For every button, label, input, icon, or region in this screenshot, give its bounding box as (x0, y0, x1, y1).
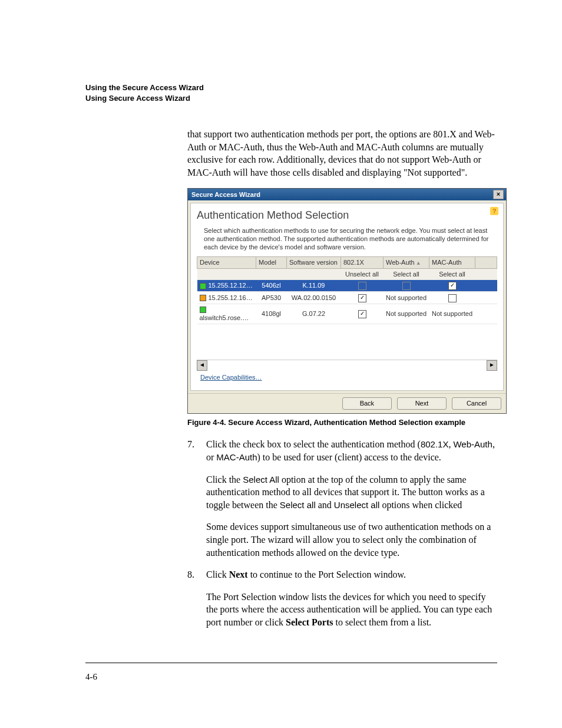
scroll-right-icon[interactable]: ► (487, 360, 497, 371)
checkbox-8021x[interactable] (358, 310, 366, 318)
cell-not-supported: Not supported (384, 292, 429, 304)
toggle-8021x[interactable]: Unselect all (341, 268, 384, 280)
footer-rule (85, 663, 497, 663)
step-7: Click the check box to select the authen… (187, 438, 497, 559)
status-swatch (200, 307, 206, 313)
window-title: Secure Access Wizard (191, 190, 493, 199)
titlebar: Secure Access Wizard × (188, 189, 506, 200)
panel-heading: Authentication Method Selection (197, 208, 497, 222)
panel-description: Select which authentication methods to u… (204, 226, 495, 252)
status-swatch (200, 295, 206, 301)
status-swatch (200, 283, 206, 289)
col-model[interactable]: Model (256, 256, 287, 268)
checkbox-8021x[interactable] (358, 282, 366, 290)
table-row[interactable]: 15.255.12.16… AP530 WA.02.00.0150 Not su… (197, 292, 497, 304)
cell-not-supported: Not supported (429, 304, 475, 324)
header-line1: Using the Secure Access Wizard (85, 83, 497, 93)
table-row[interactable]: 15.255.12.12… 5406zl K.11.09 (197, 280, 497, 292)
col-software[interactable]: Software version (287, 256, 341, 268)
sort-icon: ▲ (416, 260, 421, 266)
col-webauth[interactable]: Web-Auth▲ (384, 256, 429, 268)
cell-not-supported: Not supported (384, 304, 429, 324)
col-8021x[interactable]: 802.1X (341, 256, 384, 268)
close-icon[interactable]: × (493, 190, 504, 199)
checkbox-webauth[interactable] (402, 282, 411, 290)
help-icon[interactable]: ? (490, 207, 498, 215)
header-line2: Using Secure Access Wizard (85, 93, 497, 104)
figure-caption: Figure 4-4. Secure Access Wizard, Authen… (187, 417, 497, 428)
wizard-screenshot: Secure Access Wizard × ? Authentication … (187, 188, 507, 413)
checkbox-macauth[interactable] (448, 282, 457, 290)
checkbox-8021x[interactable] (358, 294, 366, 302)
cancel-button[interactable]: Cancel (452, 397, 501, 410)
checkbox-macauth[interactable] (448, 294, 457, 302)
intro-paragraph: that support two authentication methods … (187, 128, 497, 179)
table-row[interactable]: alswitch5.rose.… 4108gl G.07.22 Not supp… (197, 304, 497, 324)
col-macauth[interactable]: MAC-Auth (429, 256, 475, 268)
next-button[interactable]: Next (397, 397, 447, 410)
hscroll[interactable]: ◄ ► (197, 360, 497, 371)
methods-table: Device Model Software version 802.1X Web… (197, 256, 497, 325)
back-button[interactable]: Back (342, 397, 392, 410)
step-8: Click Next to continue to the Port Selec… (187, 568, 497, 628)
page-number: 4-6 (85, 672, 97, 682)
scroll-left-icon[interactable]: ◄ (197, 360, 207, 371)
toggle-macauth[interactable]: Select all (429, 268, 475, 280)
device-capabilities-link[interactable]: Device Capabilities… (200, 374, 262, 381)
toggle-webauth[interactable]: Select all (384, 268, 429, 280)
col-device[interactable]: Device (197, 256, 256, 268)
